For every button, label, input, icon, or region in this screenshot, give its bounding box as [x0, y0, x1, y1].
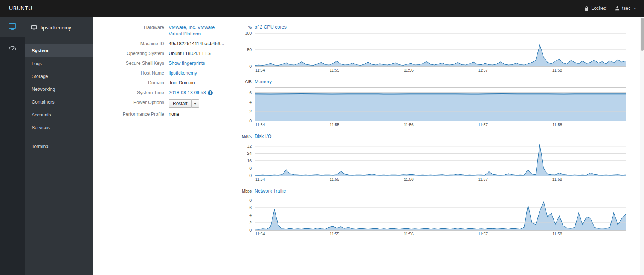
- memory-x-axis: 11:5411:5511:5611:5711:58: [255, 122, 626, 128]
- scrollbar-thumb[interactable]: [641, 18, 644, 51]
- network-y-axis: 02468: [239, 197, 255, 231]
- sidebar-item-networking[interactable]: Networking: [25, 83, 93, 96]
- info-circle-icon[interactable]: i: [208, 90, 213, 95]
- info-row-system-time: System Time 2018-08-13 09:58i: [114, 90, 239, 96]
- info-label: Machine ID: [114, 41, 164, 47]
- network-chart-title-link[interactable]: Network Traffic: [255, 188, 286, 194]
- disk-io-y-axis: 08162432: [239, 142, 255, 176]
- memory-chart: GiB Memory 0246 11:5411:5511:5611:5711:5…: [239, 79, 626, 128]
- cpu-plot-area: [255, 33, 626, 67]
- system-page: Hardware VMware, Inc. VMware Virtual Pla…: [93, 17, 644, 275]
- network-unit-label: Mbps: [239, 189, 255, 193]
- vertical-scrollbar: [640, 17, 644, 275]
- cpu-x-axis: 11:5411:5511:5611:5711:58: [255, 68, 626, 74]
- server-icon: [8, 23, 17, 31]
- disk-io-x-axis: 11:5411:5511:5611:5711:58: [255, 177, 626, 183]
- sidebar-item-system[interactable]: System: [25, 44, 93, 57]
- performance-profile-value: none: [169, 111, 179, 118]
- restart-dropdown-toggle[interactable]: ▾: [192, 99, 199, 108]
- info-label: Hardware: [114, 24, 164, 37]
- os-value: Ubuntu 18.04.1 LTS: [169, 50, 211, 57]
- hardware-link[interactable]: VMware, Inc. VMware Virtual Platform: [169, 24, 221, 37]
- info-row-ssh-keys: Secure Shell Keys Show fingerprints: [114, 60, 239, 67]
- cpu-y-axis: 050100: [239, 33, 255, 67]
- disk-io-chart: MiB/s Disk I/O 08162432 11:5411:5511:561…: [239, 134, 626, 183]
- memory-plot-area: [255, 87, 626, 121]
- power-options-split-button: Restart ▾: [169, 99, 199, 108]
- machines-strip: [0, 17, 25, 275]
- machine-tile-selected[interactable]: [0, 17, 25, 37]
- disk-io-plot-area: [255, 142, 626, 176]
- info-row-performance-profile: Performance Profile none: [114, 111, 239, 118]
- user-menu[interactable]: tsec ▾: [615, 6, 636, 11]
- sidebar-item-terminal[interactable]: Terminal: [25, 140, 93, 153]
- memory-unit-label: GiB: [239, 79, 255, 84]
- memory-y-axis: 0246: [239, 87, 255, 121]
- masthead: UBUNTU Locked tsec ▾: [0, 0, 644, 17]
- host-name-link[interactable]: lipstickenemy: [169, 70, 197, 76]
- user-name: tsec: [622, 6, 631, 11]
- sidebar-item-containers[interactable]: Containers: [25, 96, 93, 108]
- chevron-down-icon: ▾: [634, 6, 636, 10]
- lock-icon: [584, 6, 589, 11]
- info-row-domain: Domain Join Domain: [114, 80, 239, 86]
- sidebar-item-accounts[interactable]: Accounts: [25, 108, 93, 121]
- info-row-host-name: Host Name lipstickenemy: [114, 70, 239, 76]
- domain-value[interactable]: Join Domain: [169, 80, 195, 86]
- show-fingerprints-link[interactable]: Show fingerprints: [169, 61, 205, 66]
- system-info-panel: Hardware VMware, Inc. VMware Virtual Pla…: [114, 24, 239, 275]
- network-traffic-chart: Mbps Network Traffic 02468 11:5411:5511:…: [239, 188, 626, 238]
- sidebar-item-storage[interactable]: Storage: [25, 70, 93, 83]
- info-label: Operating System: [114, 50, 164, 57]
- info-label: Performance Profile: [114, 111, 164, 118]
- info-label: System Time: [114, 90, 164, 96]
- cpu-chart: % of 2 CPU cores 050100 11:5411:5511:561…: [239, 24, 626, 74]
- info-row-hardware: Hardware VMware, Inc. VMware Virtual Pla…: [114, 24, 239, 37]
- brand-title: UBUNTU: [9, 5, 32, 11]
- info-row-power-options: Power Options Restart ▾: [114, 99, 239, 108]
- info-label: Domain: [114, 80, 164, 86]
- info-row-machine-id: Machine ID 49c1822514114bacb456...: [114, 41, 239, 47]
- sidebar-item-logs[interactable]: Logs: [25, 57, 93, 70]
- locked-indicator[interactable]: Locked: [584, 6, 606, 11]
- info-row-operating-system: Operating System Ubuntu 18.04.1 LTS: [114, 50, 239, 57]
- machine-id-value: 49c1822514114bacb456...: [169, 41, 224, 47]
- disk-io-chart-title-link[interactable]: Disk I/O: [255, 134, 271, 139]
- sidebar-item-services[interactable]: Services: [25, 121, 93, 134]
- host-monitor-icon: [31, 25, 37, 31]
- locked-label: Locked: [591, 6, 606, 11]
- cpu-unit-label: %: [239, 25, 255, 29]
- sidebar-separator: [25, 134, 93, 140]
- charts-panel: % of 2 CPU cores 050100 11:5411:5511:561…: [239, 24, 626, 275]
- sidebar-nav: System Logs Storage Networking Container…: [25, 39, 93, 153]
- system-time-link[interactable]: 2018-08-13 09:58: [169, 90, 206, 95]
- info-label: Host Name: [114, 70, 164, 76]
- sidebar-hostname: lipstickenemy: [41, 25, 71, 31]
- dashboard-tile[interactable]: [0, 37, 25, 58]
- dashboard-gauge-icon: [8, 44, 17, 50]
- sidebar: lipstickenemy System Logs Storage Networ…: [25, 17, 93, 275]
- info-label: Secure Shell Keys: [114, 60, 164, 67]
- network-plot-area: [255, 197, 626, 231]
- sidebar-host-header[interactable]: lipstickenemy: [25, 17, 93, 39]
- info-label: Power Options: [114, 99, 164, 108]
- cpu-chart-title-link[interactable]: of 2 CPU cores: [255, 24, 287, 30]
- restart-button[interactable]: Restart: [169, 99, 192, 108]
- network-x-axis: 11:5411:5511:5611:5711:58: [255, 232, 626, 238]
- memory-chart-title-link[interactable]: Memory: [255, 79, 272, 84]
- disk-io-unit-label: MiB/s: [239, 134, 255, 139]
- user-icon: [615, 6, 620, 11]
